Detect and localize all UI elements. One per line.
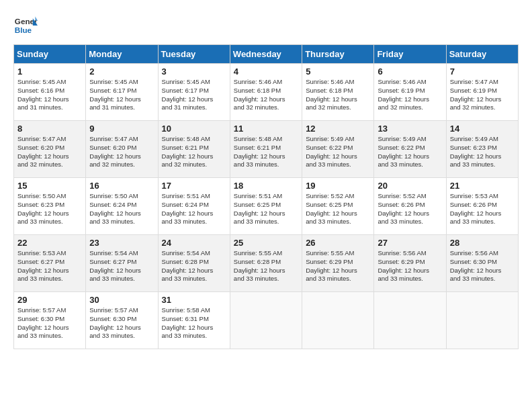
logo-icon: General Blue [13, 13, 38, 38]
calendar-day-cell: 4Sunrise: 5:46 AM Sunset: 6:18 PM Daylig… [230, 64, 302, 121]
weekday-header-tuesday: Tuesday [158, 45, 230, 64]
day-info: Sunrise: 5:48 AM Sunset: 6:21 PM Dayligh… [162, 135, 226, 169]
day-number: 23 [89, 238, 154, 248]
day-number: 6 [378, 66, 442, 77]
day-info: Sunrise: 5:45 AM Sunset: 6:16 PM Dayligh… [17, 78, 82, 112]
day-number: 28 [450, 238, 515, 248]
day-info: Sunrise: 5:52 AM Sunset: 6:25 PM Dayligh… [306, 192, 370, 226]
calendar-day-cell: 31Sunrise: 5:58 AM Sunset: 6:31 PM Dayli… [158, 292, 230, 349]
day-number: 18 [234, 181, 298, 191]
day-info: Sunrise: 5:46 AM Sunset: 6:18 PM Dayligh… [306, 78, 370, 112]
day-number: 9 [89, 124, 154, 134]
day-number: 26 [306, 238, 370, 248]
day-info: Sunrise: 5:47 AM Sunset: 6:20 PM Dayligh… [89, 135, 154, 169]
calendar-day-cell: 3Sunrise: 5:45 AM Sunset: 6:17 PM Daylig… [158, 64, 230, 121]
weekday-header-row: SundayMondayTuesdayWednesdayThursdayFrid… [14, 45, 519, 64]
weekday-header-saturday: Saturday [446, 45, 518, 64]
day-info: Sunrise: 5:57 AM Sunset: 6:30 PM Dayligh… [89, 306, 154, 340]
day-number: 22 [17, 238, 82, 248]
weekday-header-wednesday: Wednesday [230, 45, 302, 64]
day-info: Sunrise: 5:54 AM Sunset: 6:28 PM Dayligh… [162, 249, 226, 283]
day-info: Sunrise: 5:50 AM Sunset: 6:23 PM Dayligh… [17, 192, 82, 226]
page-header: General Blue [13, 13, 519, 38]
day-info: Sunrise: 5:51 AM Sunset: 6:25 PM Dayligh… [234, 192, 298, 226]
day-number: 7 [450, 66, 515, 77]
calendar-day-cell: 18Sunrise: 5:51 AM Sunset: 6:25 PM Dayli… [230, 178, 302, 235]
calendar-week-row: 1Sunrise: 5:45 AM Sunset: 6:16 PM Daylig… [14, 64, 519, 121]
empty-cell [446, 292, 518, 349]
day-info: Sunrise: 5:46 AM Sunset: 6:19 PM Dayligh… [378, 78, 442, 112]
empty-cell [302, 292, 374, 349]
calendar-day-cell: 2Sunrise: 5:45 AM Sunset: 6:17 PM Daylig… [86, 64, 158, 121]
day-number: 17 [162, 181, 226, 191]
calendar-day-cell: 13Sunrise: 5:49 AM Sunset: 6:22 PM Dayli… [374, 121, 446, 178]
day-number: 12 [306, 124, 370, 134]
calendar-day-cell: 8Sunrise: 5:47 AM Sunset: 6:20 PM Daylig… [14, 121, 86, 178]
day-info: Sunrise: 5:48 AM Sunset: 6:21 PM Dayligh… [234, 135, 298, 169]
day-number: 15 [17, 181, 82, 191]
day-info: Sunrise: 5:51 AM Sunset: 6:24 PM Dayligh… [162, 192, 226, 226]
day-number: 19 [306, 181, 370, 191]
day-info: Sunrise: 5:56 AM Sunset: 6:29 PM Dayligh… [378, 249, 442, 283]
calendar-table: SundayMondayTuesdayWednesdayThursdayFrid… [13, 44, 519, 349]
day-info: Sunrise: 5:57 AM Sunset: 6:30 PM Dayligh… [17, 306, 82, 340]
calendar-day-cell: 16Sunrise: 5:50 AM Sunset: 6:24 PM Dayli… [86, 178, 158, 235]
day-info: Sunrise: 5:52 AM Sunset: 6:26 PM Dayligh… [378, 192, 442, 226]
calendar-day-cell: 21Sunrise: 5:53 AM Sunset: 6:26 PM Dayli… [446, 178, 518, 235]
weekday-header-monday: Monday [86, 45, 158, 64]
day-number: 11 [234, 124, 298, 134]
day-info: Sunrise: 5:45 AM Sunset: 6:17 PM Dayligh… [89, 78, 154, 112]
day-info: Sunrise: 5:49 AM Sunset: 6:22 PM Dayligh… [378, 135, 442, 169]
day-number: 30 [89, 295, 154, 305]
day-number: 5 [306, 66, 370, 77]
calendar-day-cell: 22Sunrise: 5:53 AM Sunset: 6:27 PM Dayli… [14, 235, 86, 292]
day-number: 14 [450, 124, 515, 134]
day-info: Sunrise: 5:45 AM Sunset: 6:17 PM Dayligh… [162, 78, 226, 112]
calendar-day-cell: 26Sunrise: 5:55 AM Sunset: 6:29 PM Dayli… [302, 235, 374, 292]
calendar-day-cell: 25Sunrise: 5:55 AM Sunset: 6:28 PM Dayli… [230, 235, 302, 292]
day-number: 1 [17, 66, 82, 77]
weekday-header-thursday: Thursday [302, 45, 374, 64]
day-number: 16 [89, 181, 154, 191]
calendar-day-cell: 9Sunrise: 5:47 AM Sunset: 6:20 PM Daylig… [86, 121, 158, 178]
day-info: Sunrise: 5:47 AM Sunset: 6:19 PM Dayligh… [450, 78, 515, 112]
day-number: 21 [450, 181, 515, 191]
day-number: 25 [234, 238, 298, 248]
calendar-day-cell: 12Sunrise: 5:49 AM Sunset: 6:22 PM Dayli… [302, 121, 374, 178]
day-info: Sunrise: 5:46 AM Sunset: 6:18 PM Dayligh… [234, 78, 298, 112]
empty-cell [374, 292, 446, 349]
calendar-day-cell: 14Sunrise: 5:49 AM Sunset: 6:23 PM Dayli… [446, 121, 518, 178]
weekday-header-friday: Friday [374, 45, 446, 64]
calendar-day-cell: 29Sunrise: 5:57 AM Sunset: 6:30 PM Dayli… [14, 292, 86, 349]
day-number: 2 [89, 66, 154, 77]
calendar-day-cell: 30Sunrise: 5:57 AM Sunset: 6:30 PM Dayli… [86, 292, 158, 349]
calendar-day-cell: 20Sunrise: 5:52 AM Sunset: 6:26 PM Dayli… [374, 178, 446, 235]
day-number: 29 [17, 295, 82, 305]
day-info: Sunrise: 5:53 AM Sunset: 6:27 PM Dayligh… [17, 249, 82, 283]
calendar-day-cell: 5Sunrise: 5:46 AM Sunset: 6:18 PM Daylig… [302, 64, 374, 121]
calendar-day-cell: 7Sunrise: 5:47 AM Sunset: 6:19 PM Daylig… [446, 64, 518, 121]
day-number: 24 [162, 238, 226, 248]
calendar-day-cell: 28Sunrise: 5:56 AM Sunset: 6:30 PM Dayli… [446, 235, 518, 292]
calendar-day-cell: 17Sunrise: 5:51 AM Sunset: 6:24 PM Dayli… [158, 178, 230, 235]
day-number: 20 [378, 181, 442, 191]
day-info: Sunrise: 5:49 AM Sunset: 6:22 PM Dayligh… [306, 135, 370, 169]
day-number: 27 [378, 238, 442, 248]
calendar-day-cell: 1Sunrise: 5:45 AM Sunset: 6:16 PM Daylig… [14, 64, 86, 121]
calendar-week-row: 29Sunrise: 5:57 AM Sunset: 6:30 PM Dayli… [14, 292, 519, 349]
day-info: Sunrise: 5:50 AM Sunset: 6:24 PM Dayligh… [89, 192, 154, 226]
calendar-day-cell: 11Sunrise: 5:48 AM Sunset: 6:21 PM Dayli… [230, 121, 302, 178]
calendar-week-row: 22Sunrise: 5:53 AM Sunset: 6:27 PM Dayli… [14, 235, 519, 292]
day-number: 8 [17, 124, 82, 134]
day-number: 3 [162, 66, 226, 77]
calendar-day-cell: 19Sunrise: 5:52 AM Sunset: 6:25 PM Dayli… [302, 178, 374, 235]
calendar-day-cell: 27Sunrise: 5:56 AM Sunset: 6:29 PM Dayli… [374, 235, 446, 292]
day-info: Sunrise: 5:56 AM Sunset: 6:30 PM Dayligh… [450, 249, 515, 283]
day-number: 10 [162, 124, 226, 134]
day-info: Sunrise: 5:49 AM Sunset: 6:23 PM Dayligh… [450, 135, 515, 169]
calendar-day-cell: 15Sunrise: 5:50 AM Sunset: 6:23 PM Dayli… [14, 178, 86, 235]
logo: General Blue [13, 13, 38, 38]
day-number: 13 [378, 124, 442, 134]
day-number: 4 [234, 66, 298, 77]
calendar-day-cell: 24Sunrise: 5:54 AM Sunset: 6:28 PM Dayli… [158, 235, 230, 292]
